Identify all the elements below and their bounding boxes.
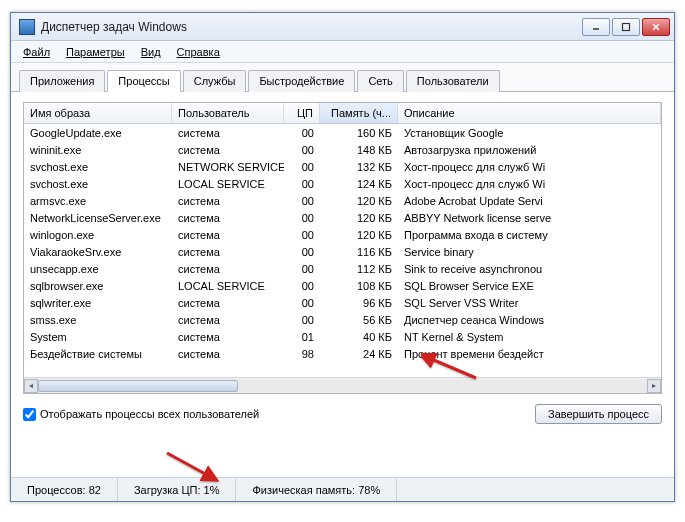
col-description[interactable]: Описание	[398, 103, 661, 123]
table-row[interactable]: wininit.exeсистема00148 КБАвтозагрузка п…	[24, 141, 661, 158]
cell-image: NetworkLicenseServer.exe	[24, 212, 172, 224]
table-row[interactable]: smss.exeсистема0056 КБДиспетчер сеанса W…	[24, 311, 661, 328]
end-process-button[interactable]: Завершить процесс	[535, 404, 662, 424]
maximize-button[interactable]	[612, 18, 640, 36]
scroll-thumb[interactable]	[38, 380, 238, 392]
tab-processes[interactable]: Процессы	[107, 70, 180, 92]
cell-cpu: 98	[284, 348, 320, 360]
table-row[interactable]: ViakaraokeSrv.exeсистема00116 КБService …	[24, 243, 661, 260]
cell-mem: 160 КБ	[320, 127, 398, 139]
cell-desc: SQL Server VSS Writer	[398, 297, 661, 309]
cell-cpu: 00	[284, 246, 320, 258]
table-row[interactable]: unsecapp.exeсистема00112 КБSink to recei…	[24, 260, 661, 277]
content-area: Имя образа Пользователь ЦП Память (ч... …	[11, 92, 674, 434]
status-memory: Физическая память: 78%	[236, 478, 397, 501]
cell-cpu: 00	[284, 314, 320, 326]
cell-image: sqlwriter.exe	[24, 297, 172, 309]
statusbar: Процессов: 82 Загрузка ЦП: 1% Физическая…	[11, 477, 674, 501]
app-icon	[19, 19, 35, 35]
cell-desc: Service binary	[398, 246, 661, 258]
cell-image: armsvc.exe	[24, 195, 172, 207]
table-row[interactable]: sqlbrowser.exeLOCAL SERVICE00108 КБSQL B…	[24, 277, 661, 294]
table-row[interactable]: sqlwriter.exeсистема0096 КБSQL Server VS…	[24, 294, 661, 311]
cell-image: GoogleUpdate.exe	[24, 127, 172, 139]
cell-user: система	[172, 297, 284, 309]
cell-cpu: 00	[284, 263, 320, 275]
tab-users[interactable]: Пользователи	[406, 70, 500, 92]
menu-help[interactable]: Справка	[171, 44, 226, 60]
minimize-button[interactable]	[582, 18, 610, 36]
table-row[interactable]: armsvc.exeсистема00120 КБAdobe Acrobat U…	[24, 192, 661, 209]
col-memory[interactable]: Память (ч...	[320, 103, 398, 123]
cell-mem: 108 КБ	[320, 280, 398, 292]
menu-view[interactable]: Вид	[135, 44, 167, 60]
cell-mem: 96 КБ	[320, 297, 398, 309]
cell-image: System	[24, 331, 172, 343]
titlebar[interactable]: Диспетчер задач Windows	[11, 13, 674, 41]
tab-performance[interactable]: Быстродействие	[248, 70, 355, 92]
cell-user: система	[172, 246, 284, 258]
table-row[interactable]: winlogon.exeсистема00120 КБПрограмма вхо…	[24, 226, 661, 243]
cell-cpu: 00	[284, 161, 320, 173]
tabstrip: Приложения Процессы Службы Быстродействи…	[11, 63, 674, 92]
col-cpu[interactable]: ЦП	[284, 103, 320, 123]
tab-network[interactable]: Сеть	[357, 70, 403, 92]
col-user[interactable]: Пользователь	[172, 103, 284, 123]
table-row[interactable]: Бездействие системысистема9824 КБПроцент…	[24, 345, 661, 362]
cell-cpu: 00	[284, 178, 320, 190]
cell-user: система	[172, 331, 284, 343]
cell-desc: Хост-процесс для служб Wi	[398, 178, 661, 190]
cell-cpu: 00	[284, 127, 320, 139]
cell-desc: Хост-процесс для служб Wi	[398, 161, 661, 173]
cell-image: Бездействие системы	[24, 348, 172, 360]
menu-file[interactable]: Файл	[17, 44, 56, 60]
cell-user: система	[172, 144, 284, 156]
cell-user: LOCAL SERVICE	[172, 178, 284, 190]
table-row[interactable]: svchost.exeNETWORK SERVICE00132 КБХост-п…	[24, 158, 661, 175]
table-row[interactable]: GoogleUpdate.exeсистема00160 КБУстановщи…	[24, 124, 661, 141]
window-title: Диспетчер задач Windows	[41, 20, 582, 34]
cell-mem: 120 КБ	[320, 212, 398, 224]
cell-user: система	[172, 263, 284, 275]
scroll-right-arrow[interactable]: ▸	[647, 379, 661, 393]
show-all-users-label: Отображать процессы всех пользователей	[40, 408, 259, 420]
scroll-left-arrow[interactable]: ◂	[24, 379, 38, 393]
show-all-users-checkbox[interactable]: Отображать процессы всех пользователей	[23, 408, 259, 421]
table-row[interactable]: svchost.exeLOCAL SERVICE00124 КБХост-про…	[24, 175, 661, 192]
scroll-track[interactable]	[38, 379, 647, 393]
status-cpu: Загрузка ЦП: 1%	[118, 478, 237, 501]
table-row[interactable]: NetworkLicenseServer.exeсистема00120 КБA…	[24, 209, 661, 226]
cell-user: NETWORK SERVICE	[172, 161, 284, 173]
cell-desc: Программа входа в систему	[398, 229, 661, 241]
cell-mem: 120 КБ	[320, 229, 398, 241]
cell-image: unsecapp.exe	[24, 263, 172, 275]
cell-mem: 132 КБ	[320, 161, 398, 173]
close-button[interactable]	[642, 18, 670, 36]
col-image-name[interactable]: Имя образа	[24, 103, 172, 123]
cell-mem: 124 КБ	[320, 178, 398, 190]
process-rows: GoogleUpdate.exeсистема00160 КБУстановщи…	[24, 124, 661, 377]
table-row[interactable]: Systemсистема0140 КБNT Kernel & System	[24, 328, 661, 345]
cell-cpu: 00	[284, 229, 320, 241]
menu-options[interactable]: Параметры	[60, 44, 131, 60]
cell-desc: Adobe Acrobat Update Servi	[398, 195, 661, 207]
cell-desc: SQL Browser Service EXE	[398, 280, 661, 292]
cell-cpu: 00	[284, 297, 320, 309]
cell-desc: ABBYY Network license serve	[398, 212, 661, 224]
task-manager-window: Диспетчер задач Windows Файл Параметры В…	[10, 12, 675, 502]
cell-desc: Установщик Google	[398, 127, 661, 139]
horizontal-scrollbar[interactable]: ◂ ▸	[24, 377, 661, 393]
cell-cpu: 00	[284, 144, 320, 156]
show-all-users-input[interactable]	[23, 408, 36, 421]
cell-desc: Процент времени бездейст	[398, 348, 661, 360]
cell-image: smss.exe	[24, 314, 172, 326]
svg-line-5	[167, 453, 209, 476]
cell-desc: Диспетчер сеанса Windows	[398, 314, 661, 326]
cell-image: sqlbrowser.exe	[24, 280, 172, 292]
cell-user: система	[172, 127, 284, 139]
cell-user: система	[172, 212, 284, 224]
cell-mem: 112 КБ	[320, 263, 398, 275]
cell-mem: 148 КБ	[320, 144, 398, 156]
tab-applications[interactable]: Приложения	[19, 70, 105, 92]
tab-services[interactable]: Службы	[183, 70, 247, 92]
